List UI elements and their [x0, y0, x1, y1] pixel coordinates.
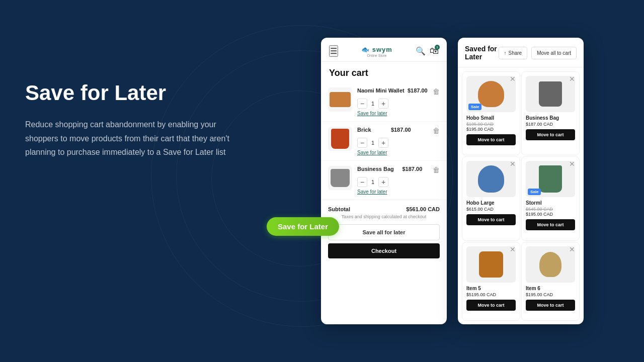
cart-footer: Subtotal $561.00 CAD Taxes and shipping … — [321, 200, 447, 263]
item-image-wallet — [328, 87, 352, 112]
delete-item-2[interactable]: 🗑 — [433, 127, 440, 135]
sfl-price-only-5: $5195.00 CAD — [466, 292, 516, 297]
remove-item-3[interactable]: ✕ — [508, 159, 517, 168]
qty-val-2: 1 — [371, 140, 374, 146]
shipping-note: Taxes and shipping calculated at checkou… — [328, 214, 440, 219]
qty-val-1: 1 — [371, 101, 374, 107]
move-to-cart-3[interactable]: Move to cart — [466, 214, 516, 225]
left-section: Save for Later Reduce shopping cart aban… — [25, 80, 231, 159]
sfl-item-name-2: Business Bag — [526, 115, 575, 121]
qty-row-1: − 1 + — [357, 99, 440, 109]
qty-plus-1[interactable]: + — [378, 99, 388, 109]
sale-badge-1: Sale — [468, 104, 481, 110]
remove-item-5[interactable]: ✕ — [508, 245, 517, 254]
sale-badge-4: Sale — [528, 189, 541, 195]
subtotal-row: Subtotal $561.00 CAD — [328, 206, 440, 212]
sfl-price-sale-4: $195.00 CAD — [526, 212, 575, 217]
subtotal-label: Subtotal — [328, 206, 350, 212]
move-all-to-cart-button[interactable]: Move all to cart — [531, 47, 577, 59]
sfl-item-name-3: Hobo Large — [466, 200, 516, 206]
delete-item-3[interactable]: 🗑 — [433, 166, 440, 174]
menu-icon[interactable]: ☰ — [329, 45, 338, 57]
item-name-row-1: Naomi Mini Wallet $187.00 🗑 — [357, 87, 440, 96]
remove-item-1[interactable]: ✕ — [508, 74, 517, 83]
delete-item-1[interactable]: 🗑 — [433, 87, 440, 96]
item-name-3: Business Bag — [357, 166, 394, 172]
item-price-1: $187.00 — [408, 87, 428, 94]
remove-item-2[interactable]: ✕ — [568, 74, 577, 83]
cart-header-icons: 🔍 🛍 3 — [416, 46, 439, 56]
search-icon[interactable]: 🔍 — [416, 46, 426, 56]
save-later-link-2[interactable]: Save for later — [357, 150, 440, 155]
storml-shape — [539, 165, 562, 193]
sfl-price-only-6: $195.00 CAD — [526, 292, 575, 297]
move-to-cart-5[interactable]: Move to cart — [466, 300, 516, 311]
wallet-shape — [330, 92, 351, 107]
sfl-item: ✕ Business Bag $187.00 CAD Move to cart — [521, 71, 580, 155]
hobo-large-shape — [478, 165, 504, 193]
remove-item-4[interactable]: ✕ — [568, 159, 577, 168]
item-price-3: $187.00 — [402, 166, 422, 172]
sfl-actions: ↑ Share Move all to cart — [499, 47, 577, 59]
bottom2-shape — [539, 252, 561, 277]
item-name-row-3: Business Bag $187.00 🗑 — [357, 166, 440, 174]
share-icon: ↑ — [504, 50, 507, 56]
move-to-cart-4[interactable]: Move to cart — [526, 219, 575, 230]
cart-panel: ☰ 🐟 swym Online Store 🔍 🛍 3 Your cart Na… — [321, 38, 447, 324]
sfl-item: ✕ Sale Storml $545.00 CAD $195.00 CAD Mo… — [521, 156, 580, 240]
business-bag-shape — [331, 169, 350, 187]
sfl-price-only-3: $615.00 CAD — [466, 207, 516, 212]
checkout-button[interactable]: Checkout — [328, 243, 440, 258]
sfl-item: ✕ Item 5 $5195.00 CAD Move to cart — [462, 242, 520, 321]
remove-item-6[interactable]: ✕ — [568, 245, 577, 254]
save-later-link-3[interactable]: Save for later — [357, 189, 440, 195]
item-image-brick — [328, 127, 352, 151]
sfl-price-sale-1: $195.00 CAD — [466, 127, 516, 132]
brick-shape — [331, 129, 349, 149]
qty-minus-1[interactable]: − — [357, 99, 367, 109]
share-button[interactable]: ↑ Share — [499, 47, 528, 59]
sfl-price-orig-1: $195.00 CAD — [466, 122, 516, 127]
qty-row-3: − 1 + — [357, 177, 440, 187]
move-to-cart-6[interactable]: Move to cart — [526, 300, 575, 311]
item-details-3: Business Bag $187.00 🗑 − 1 + Save for la… — [357, 166, 440, 195]
sfl-item-name-4: Storml — [526, 200, 575, 206]
cart-item: Business Bag $187.00 🗑 − 1 + Save for la… — [321, 161, 447, 200]
qty-row-2: − 1 + — [357, 138, 440, 148]
sfl-item: ✕ Sale Hobo Small $195.00 CAD $195.00 CA… — [462, 71, 520, 155]
item-image-business — [328, 166, 352, 190]
page-description: Reduce shopping cart abandonment by enab… — [25, 118, 231, 159]
cart-item: Naomi Mini Wallet $187.00 🗑 − 1 + Save f… — [321, 82, 447, 122]
saved-for-later-panel: Saved for Later ↑ Share Move all to cart… — [458, 38, 584, 324]
share-label: Share — [509, 50, 522, 56]
sfl-item: ✕ Item 6 $195.00 CAD Move to cart — [521, 242, 580, 321]
qty-plus-2[interactable]: + — [378, 138, 388, 148]
sfl-title: Saved for Later — [465, 45, 499, 61]
cart-header: ☰ 🐟 swym Online Store 🔍 🛍 3 — [321, 38, 447, 62]
cart-bag-icon[interactable]: 🛍 3 — [430, 46, 439, 56]
qty-val-3: 1 — [371, 179, 374, 185]
save-all-for-later-button[interactable]: Save all for later — [328, 224, 440, 240]
move-to-cart-2[interactable]: Move to cart — [526, 129, 575, 140]
swym-logo-subtitle: Online Store — [361, 54, 392, 57]
business-bag-large-shape — [539, 81, 562, 107]
qty-plus-3[interactable]: + — [378, 177, 388, 187]
sfl-item-name-1: Hobo Small — [466, 115, 516, 121]
subtotal-value: $561.00 CAD — [406, 206, 440, 212]
item-details-2: Brick $187.00 🗑 − 1 + Save for later — [357, 127, 440, 155]
item-details-1: Naomi Mini Wallet $187.00 🗑 − 1 + Save f… — [357, 87, 440, 116]
cart-item: Brick $187.00 🗑 − 1 + Save for later — [321, 122, 447, 161]
page-title: Save for Later — [25, 80, 231, 106]
qty-minus-3[interactable]: − — [357, 177, 367, 187]
item-name-1: Naomi Mini Wallet — [357, 87, 405, 94]
move-to-cart-1[interactable]: Move to cart — [466, 134, 516, 145]
qty-minus-2[interactable]: − — [357, 138, 367, 148]
cart-title: Your cart — [321, 62, 447, 82]
cart-count-badge: 3 — [435, 45, 440, 50]
sfl-item: ✕ Hobo Large $615.00 CAD Move to cart — [462, 156, 520, 240]
sfl-price-orig-4: $545.00 CAD — [526, 207, 575, 212]
save-for-later-badge[interactable]: Save for Later — [267, 217, 339, 236]
cart-logo: 🐟 swym Online Store — [361, 45, 392, 57]
sfl-price-only-2: $187.00 CAD — [526, 122, 575, 127]
save-later-link-1[interactable]: Save for later — [357, 111, 440, 116]
